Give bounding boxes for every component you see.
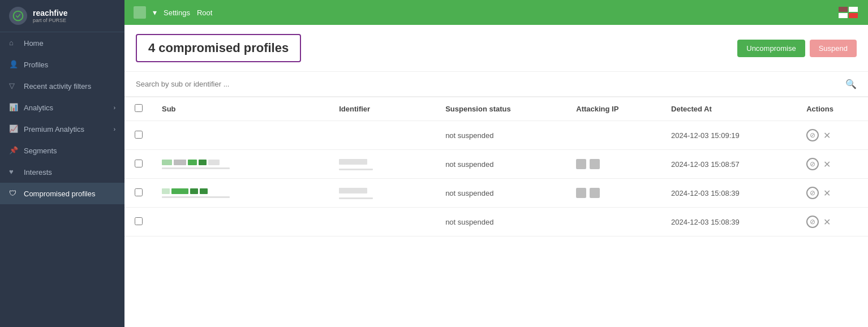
col-suspension-status: Suspension status — [436, 97, 567, 121]
delete-button[interactable]: ✕ — [823, 217, 831, 227]
row-attacking-ip — [567, 179, 662, 208]
topbar-settings-link[interactable]: Settings — [164, 8, 190, 17]
sub-pixel — [200, 188, 208, 194]
sidebar: reachfive part of PURSE ⌂ Home 👤 Profile… — [0, 0, 124, 327]
home-icon: ⌂ — [9, 38, 18, 48]
delete-button[interactable]: ✕ — [823, 159, 831, 170]
row-sub — [153, 150, 330, 179]
compromised-profiles-table: Sub Identifier Suspension status Attacki… — [124, 97, 868, 236]
ban-button[interactable]: ⊘ — [806, 129, 819, 141]
topbar-logo — [839, 7, 859, 18]
content-area: 4 compromised profiles Uncompromise Susp… — [124, 25, 868, 327]
sub-pixel-data — [162, 188, 321, 194]
ip-pixel-data — [576, 159, 653, 169]
row-sub — [153, 208, 330, 236]
row-checkbox[interactable] — [135, 188, 143, 196]
col-checkbox — [124, 97, 153, 121]
topbar-chevron-icon[interactable]: ▾ — [153, 8, 157, 17]
sub-pixel — [190, 188, 198, 194]
ip-pixel — [576, 188, 586, 198]
sidebar-item-compromised-profiles[interactable]: 🛡 Compromised profiles — [0, 183, 124, 204]
sub-pixel — [174, 160, 186, 165]
sidebar-item-recent-activity-filters[interactable]: ▽ Recent activity filters — [0, 75, 124, 97]
sub-pixel — [171, 188, 188, 194]
identifier-pixel — [339, 188, 367, 193]
bar-chart2-icon: 📈 — [9, 124, 18, 134]
logo-icon — [9, 7, 27, 25]
filter-icon: ▽ — [9, 81, 18, 91]
row-actions: ⊘ ✕ — [797, 179, 868, 208]
id-underline — [339, 169, 373, 170]
sidebar-item-label: Analytics — [24, 104, 53, 112]
action-buttons: ⊘ ✕ — [806, 216, 859, 228]
col-sub: Sub — [153, 97, 330, 121]
row-detected-at: 2024-12-03 15:08:57 — [662, 150, 797, 179]
row-checkbox-cell — [124, 208, 153, 236]
action-buttons: ⊘ ✕ — [806, 129, 859, 141]
compromised-count-badge: 4 compromised profiles — [136, 34, 301, 62]
row-identifier — [330, 208, 436, 236]
svg-rect-1 — [839, 7, 848, 12]
row-suspension-status: not suspended — [436, 179, 567, 208]
row-actions: ⊘ ✕ — [797, 208, 868, 236]
row-checkbox[interactable] — [135, 217, 143, 225]
sub-pixel — [208, 160, 220, 165]
search-icon: 🔍 — [845, 79, 857, 89]
col-detected-at: Detected At — [662, 97, 797, 121]
row-attacking-ip — [567, 121, 662, 150]
sidebar-item-segments[interactable]: 📌 Segments — [0, 140, 124, 161]
ip-pixel-data — [576, 188, 653, 198]
svg-point-0 — [14, 11, 23, 21]
row-attacking-ip — [567, 208, 662, 236]
row-attacking-ip — [567, 150, 662, 179]
select-all-checkbox[interactable] — [135, 104, 143, 112]
uncompromise-button[interactable]: Uncompromise — [737, 40, 805, 57]
row-checkbox[interactable] — [135, 160, 143, 167]
col-actions: Actions — [797, 97, 868, 121]
suspend-button[interactable]: Suspend — [810, 40, 857, 57]
ban-button[interactable]: ⊘ — [806, 216, 819, 228]
sidebar-item-analytics[interactable]: 📊 Analytics › — [0, 97, 124, 118]
row-actions: ⊘ ✕ — [797, 121, 868, 150]
identifier-pixel — [339, 159, 367, 165]
ban-button[interactable]: ⊘ — [806, 187, 819, 199]
delete-button[interactable]: ✕ — [823, 130, 831, 141]
search-bar: 🔍 — [124, 72, 868, 97]
svg-rect-2 — [849, 7, 858, 12]
table-row: not suspended 2024-12-03 15:09:19 ⊘ ✕ — [124, 121, 868, 150]
ban-button[interactable]: ⊘ — [806, 158, 819, 170]
topbar: ▾ Settings Root — [124, 0, 868, 25]
row-suspension-status: not suspended — [436, 208, 567, 236]
sub-pixel — [162, 188, 170, 194]
topbar-root-link[interactable]: Root — [197, 8, 212, 17]
col-attacking-ip: Attacking IP — [567, 97, 662, 121]
sidebar-item-profiles[interactable]: 👤 Profiles — [0, 54, 124, 75]
topbar-status-square — [134, 6, 146, 19]
row-detected-at: 2024-12-03 15:08:39 — [662, 179, 797, 208]
pin-icon: 📌 — [9, 146, 18, 155]
sidebar-item-label: Interests — [24, 168, 52, 177]
logo-text-area: reachfive part of PURSE — [33, 8, 67, 24]
search-input[interactable] — [136, 80, 845, 88]
action-buttons: ⊘ ✕ — [806, 158, 859, 170]
sub-underline — [162, 196, 230, 198]
delete-button[interactable]: ✕ — [823, 188, 831, 199]
row-identifier — [330, 150, 436, 179]
row-actions: ⊘ ✕ — [797, 150, 868, 179]
row-checkbox[interactable] — [135, 131, 143, 139]
svg-rect-4 — [849, 13, 858, 18]
svg-rect-3 — [839, 13, 848, 18]
sidebar-item-label: Recent activity filters — [24, 82, 91, 91]
table-row: not suspended 2024-12-03 15:08:39 ⊘ ✕ — [124, 208, 868, 236]
sidebar-nav: ⌂ Home 👤 Profiles ▽ Recent activity filt… — [0, 32, 124, 327]
sub-pixel-data — [162, 160, 321, 165]
chevron-right-icon: › — [114, 126, 115, 132]
sidebar-item-premium-analytics[interactable]: 📈 Premium Analytics › — [0, 118, 124, 140]
logo-sub: part of PURSE — [33, 18, 67, 23]
row-suspension-status: not suspended — [436, 150, 567, 179]
logo-area: reachfive part of PURSE — [0, 0, 124, 32]
row-identifier — [330, 121, 436, 150]
sidebar-item-interests[interactable]: ♥ Interests — [0, 161, 124, 183]
table-header-row: Sub Identifier Suspension status Attacki… — [124, 97, 868, 121]
sidebar-item-home[interactable]: ⌂ Home — [0, 32, 124, 54]
